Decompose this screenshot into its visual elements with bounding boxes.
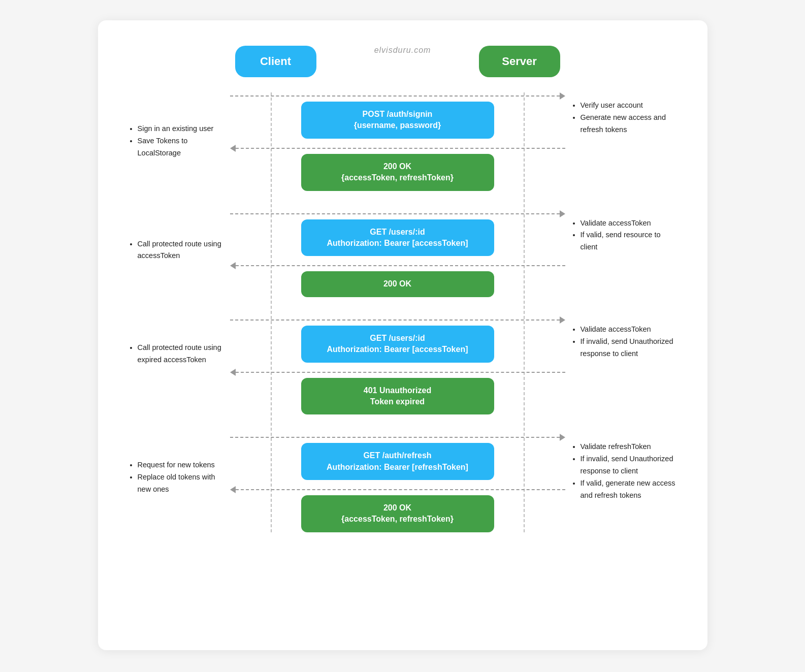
msg-get-users-valid: GET /users/:id Authorization: Bearer [ac…: [301, 219, 494, 257]
group-signin-left-notes: Sign in an existing user Save Tokens to …: [128, 92, 230, 159]
note-generate-tokens: Generate new access and refresh tokens: [581, 112, 677, 136]
group-valid-token: Call protected route using accessToken G…: [128, 210, 677, 297]
group-refresh-center: GET /auth/refresh Authorization: Bearer …: [230, 434, 565, 532]
group-expired-left-notes: Call protected route using expired acces…: [128, 316, 230, 366]
note-request-new-tokens: Request for new tokens: [138, 459, 224, 471]
note-if-invalid-send: If invalid, send Unauthorized response t…: [581, 336, 677, 360]
note-if-valid-generate: If valid, generate new access and refres…: [581, 477, 677, 502]
arrow-left-1: [230, 145, 565, 152]
note-replace-old-tokens: Replace old tokens with new ones: [138, 471, 224, 496]
group-refresh: Request for new tokens Replace old token…: [128, 434, 677, 532]
arrow-right-1: [230, 92, 565, 100]
msg-200-valid: 200 OK: [301, 271, 494, 297]
msg-post-signin: POST /auth/signin {username, password}: [301, 102, 494, 139]
msg-200-refresh: 200 OK {accessToken, refreshToken}: [301, 495, 494, 532]
arrow-right-2: [230, 210, 565, 217]
msg-401: 401 Unauthorized Token expired: [301, 378, 494, 415]
arrow-left-3: [230, 369, 565, 376]
group-signin-center: POST /auth/signin {username, password} 2…: [230, 92, 565, 191]
arrow-right-4: [230, 434, 565, 441]
msg-get-users-expired: GET /users/:id Authorization: Bearer [ac…: [301, 326, 494, 363]
note-call-protected-expired: Call protected route using expired acces…: [138, 342, 224, 366]
group-signin: Sign in an existing user Save Tokens to …: [128, 92, 677, 191]
group-signin-right-notes: Verify user account Generate new access …: [565, 92, 677, 136]
arrow-left-2: [230, 262, 565, 269]
note-if-valid-send: If valid, send resource to client: [581, 229, 677, 253]
arrow-right-3: [230, 316, 565, 324]
client-actor: Client: [235, 46, 316, 77]
diagram-container: elvisduru.com Client Server Sign in an e…: [98, 20, 707, 650]
group-expired-token: Call protected route using expired acces…: [128, 316, 677, 415]
group-refresh-right-notes: Validate refreshToken If invalid, send U…: [565, 434, 677, 502]
group-valid-left-notes: Call protected route using accessToken: [128, 210, 230, 263]
group-expired-right-notes: Validate accessToken If invalid, send Un…: [565, 316, 677, 360]
group-valid-center: GET /users/:id Authorization: Bearer [ac…: [230, 210, 565, 297]
group-valid-right-notes: Validate accessToken If valid, send reso…: [565, 210, 677, 254]
msg-get-refresh: GET /auth/refresh Authorization: Bearer …: [301, 443, 494, 480]
note-verify-account: Verify user account: [581, 100, 677, 112]
group-refresh-left-notes: Request for new tokens Replace old token…: [128, 434, 230, 496]
server-actor: Server: [479, 46, 560, 77]
note-validate-refresh-token: Validate refreshToken: [581, 441, 677, 453]
note-validate-token-expired: Validate accessToken: [581, 324, 677, 336]
note-call-protected-valid: Call protected route using accessToken: [138, 238, 224, 263]
note-sign-in: Sign in an existing user: [138, 123, 224, 135]
note-if-invalid-unauth: If invalid, send Unauthorized response t…: [581, 453, 677, 477]
arrow-left-4: [230, 486, 565, 493]
note-validate-token-valid: Validate accessToken: [581, 217, 677, 230]
note-save-tokens: Save Tokens to LocalStorage: [138, 135, 224, 159]
group-expired-center: GET /users/:id Authorization: Bearer [ac…: [230, 316, 565, 415]
msg-200-signin: 200 OK {accessToken, refreshToken}: [301, 154, 494, 191]
